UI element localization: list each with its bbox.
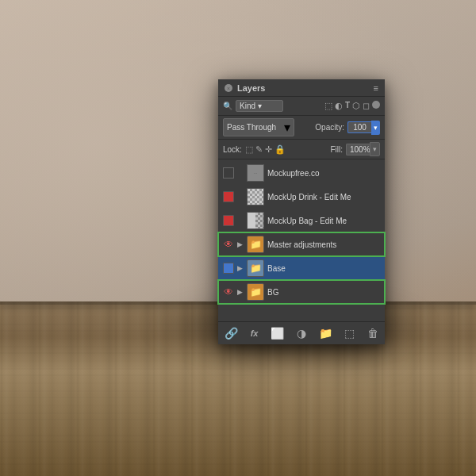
layer-thumb-bg: 📁 [247, 283, 264, 301]
layer-name-master: Master adjustments [267, 240, 380, 249]
lock-label: Lock: [223, 145, 242, 154]
lock-brush-icon[interactable]: ✎ [255, 144, 263, 155]
eye-icon-bg: 👁 [224, 286, 233, 298]
lock-transparent-icon[interactable]: ⬚ [245, 144, 253, 155]
layer-name-drink: MockUp Drink - Edit Me [267, 193, 380, 202]
layer-expand-master[interactable]: ▶ [237, 240, 244, 248]
layers-list: ··· Mockupfree.co MockUp Drink - Edit Me [218, 159, 385, 305]
eye-icon-master: 👁 [224, 239, 233, 250]
add-mask-button[interactable]: ⬜ [271, 327, 284, 340]
panel-close-button[interactable]: × [225, 84, 232, 92]
layers-panel: × Layers ≡ 🔍 Kind ▾ ⬚ ◐ T ⬡ ◻ Pass Throu… [218, 79, 385, 344]
pixel-filter-icon[interactable]: ⬚ [324, 101, 332, 111]
layer-thumb-master: 📁 [247, 236, 264, 253]
type-filter-icon[interactable]: T [345, 101, 350, 111]
shape-filter-icon[interactable]: ⬡ [352, 101, 360, 111]
filter-kind-dropdown[interactable]: Kind ▾ [236, 100, 283, 112]
fill-label: Fill: [330, 145, 343, 154]
smart-filter-icon[interactable]: ◻ [363, 101, 370, 111]
lock-row: Lock: ⬚ ✎ ✛ 🔒 Fill: 100% ▾ [218, 140, 385, 159]
layer-visibility-base[interactable] [223, 263, 234, 274]
fill-value[interactable]: 100% [346, 144, 370, 155]
lock-icons: ⬚ ✎ ✛ 🔒 [245, 144, 286, 155]
blend-mode-label: Pass Through [227, 123, 284, 132]
layer-visibility-bag[interactable] [223, 215, 234, 226]
filter-row: 🔍 Kind ▾ ⬚ ◐ T ⬡ ◻ [218, 97, 385, 116]
filter-status-dot [372, 101, 380, 109]
layer-base[interactable]: ▶ 📁 Base [218, 256, 385, 280]
layer-visibility-bg[interactable]: 👁 [223, 286, 234, 298]
layer-master-adjustments[interactable]: 👁 ▶ 📁 Master adjustments [218, 232, 385, 256]
lock-all-icon[interactable]: 🔒 [274, 144, 286, 155]
layer-visibility-mockupfree[interactable] [223, 167, 234, 178]
layer-visibility-master[interactable]: 👁 [223, 239, 234, 250]
layer-name-mockupfree: Mockupfree.co [267, 169, 380, 178]
circle-filter-icon[interactable]: ◐ [335, 101, 343, 111]
fill-control: 100% ▾ [346, 142, 380, 156]
lock-move-icon[interactable]: ✛ [265, 144, 272, 155]
fill-dropdown-button[interactable]: ▾ [370, 142, 380, 156]
layer-visibility-drink[interactable] [223, 191, 234, 202]
new-group-button[interactable]: 📁 [319, 327, 332, 340]
layer-drink[interactable]: MockUp Drink - Edit Me [218, 185, 385, 209]
filter-kind-label: Kind [240, 102, 255, 110]
panel-titlebar: × Layers ≡ [218, 79, 385, 97]
panel-title: Layers [237, 83, 374, 93]
layer-thumb-drink [247, 188, 264, 205]
panel-toolbar: 🔗 fx ⬜ ◑ 📁 ⬚ 🗑 [218, 321, 385, 344]
opacity-dropdown-button[interactable]: ▾ [371, 121, 380, 135]
layer-thumb-bag [247, 212, 264, 229]
layer-thumb-mockupfree: ··· [247, 164, 264, 182]
fx-button[interactable]: fx [251, 328, 259, 338]
opacity-label: Opacity: [315, 123, 344, 132]
layer-expand-bg[interactable]: ▶ [237, 288, 244, 296]
layer-name-base: Base [267, 264, 380, 273]
filter-icons: ⬚ ◐ T ⬡ ◻ [324, 101, 380, 111]
panel-menu-button[interactable]: ≡ [374, 83, 378, 93]
blend-mode-dropdown[interactable]: Pass Through ▾ [223, 118, 294, 136]
new-layer-button[interactable]: ⬚ [344, 327, 355, 340]
adjustment-button[interactable]: ◑ [297, 327, 306, 340]
layer-expand-base[interactable]: ▶ [237, 264, 244, 272]
layer-mockupfree[interactable]: ··· Mockupfree.co [218, 161, 385, 185]
layer-bag[interactable]: MockUp Bag - Edit Me [218, 209, 385, 232]
link-layers-button[interactable]: 🔗 [225, 327, 238, 340]
blend-mode-row: Pass Through ▾ Opacity: 100 ▾ [218, 116, 385, 140]
filter-kind-arrow: ▾ [258, 102, 262, 110]
layer-thumb-base: 📁 [247, 259, 264, 277]
blend-mode-arrow: ▾ [284, 120, 290, 135]
layer-name-bag: MockUp Bag - Edit Me [267, 217, 380, 225]
opacity-value[interactable]: 100 [347, 121, 371, 133]
layer-bg[interactable]: 👁 ▶ 📁 BG [218, 280, 385, 304]
delete-layer-button[interactable]: 🗑 [367, 327, 378, 340]
layer-name-bg: BG [267, 288, 380, 297]
opacity-control: 100 ▾ [347, 121, 380, 135]
search-icon: 🔍 [223, 102, 232, 110]
